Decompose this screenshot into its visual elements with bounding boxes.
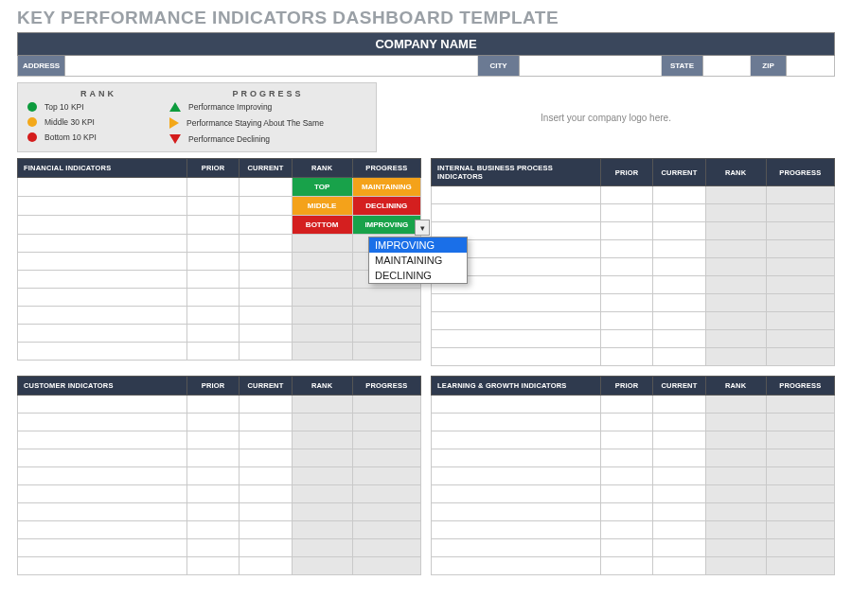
rank-cell[interactable]: TOP — [292, 178, 352, 197]
table-cell[interactable] — [18, 449, 187, 467]
table-cell[interactable] — [653, 258, 705, 276]
city-field[interactable] — [520, 56, 662, 76]
table-cell[interactable] — [653, 330, 705, 348]
table-cell[interactable] — [352, 396, 420, 414]
table-cell[interactable] — [292, 521, 352, 539]
table-cell[interactable] — [292, 343, 352, 361]
table-cell[interactable] — [705, 348, 766, 366]
table-cell[interactable] — [653, 449, 705, 467]
table-cell[interactable] — [186, 253, 239, 271]
table-cell[interactable] — [186, 557, 239, 575]
table-cell[interactable] — [705, 204, 766, 222]
table-cell[interactable] — [653, 396, 705, 414]
table-cell[interactable] — [186, 521, 239, 539]
progress-cell[interactable]: IMPROVING — [352, 216, 420, 235]
table-cell[interactable] — [292, 503, 352, 521]
table-cell[interactable] — [653, 276, 705, 294]
dropdown-option-improving[interactable]: IMPROVING — [369, 238, 467, 253]
table-cell[interactable] — [240, 557, 292, 575]
table-cell[interactable] — [600, 449, 652, 467]
table-cell[interactable] — [352, 343, 420, 361]
table-cell[interactable] — [240, 271, 292, 289]
table-cell[interactable] — [240, 503, 292, 521]
address-field[interactable] — [65, 56, 478, 76]
table-cell[interactable] — [766, 222, 834, 240]
table-cell[interactable] — [653, 503, 705, 521]
table-cell[interactable] — [600, 414, 652, 431]
table-cell[interactable] — [653, 539, 705, 557]
table-cell[interactable] — [352, 485, 420, 503]
table-cell[interactable] — [240, 449, 292, 467]
table-cell[interactable] — [766, 348, 834, 366]
table-cell[interactable] — [240, 216, 292, 235]
table-cell[interactable] — [653, 485, 705, 503]
table-cell[interactable] — [240, 343, 292, 361]
table-cell[interactable] — [432, 557, 601, 575]
table-cell[interactable] — [600, 348, 652, 366]
rank-cell[interactable]: BOTTOM — [292, 216, 352, 235]
table-cell[interactable] — [18, 396, 187, 414]
table-cell[interactable] — [186, 539, 239, 557]
table-cell[interactable] — [18, 271, 187, 289]
table-cell[interactable] — [352, 449, 420, 467]
table-cell[interactable] — [766, 503, 834, 521]
rank-cell[interactable]: MIDDLE — [292, 197, 352, 216]
table-cell[interactable] — [705, 503, 766, 521]
table-cell[interactable] — [600, 503, 652, 521]
table-cell[interactable] — [292, 307, 352, 325]
table-cell[interactable] — [705, 294, 766, 312]
progress-dropdown[interactable]: IMPROVING MAINTAINING DECLINING — [368, 237, 468, 284]
table-cell[interactable] — [352, 467, 420, 485]
table-cell[interactable] — [653, 521, 705, 539]
table-cell[interactable] — [600, 312, 652, 330]
table-cell[interactable] — [292, 467, 352, 485]
table-cell[interactable] — [653, 414, 705, 431]
progress-cell[interactable]: MAINTAINING — [352, 178, 420, 197]
table-cell[interactable] — [18, 503, 187, 521]
table-cell[interactable] — [705, 431, 766, 449]
table-cell[interactable] — [240, 235, 292, 253]
table-cell[interactable] — [186, 343, 239, 361]
table-cell[interactable] — [432, 503, 601, 521]
table-cell[interactable] — [240, 197, 292, 216]
table-cell[interactable] — [705, 485, 766, 503]
table-cell[interactable] — [186, 414, 239, 431]
table-cell[interactable] — [240, 431, 292, 449]
table-cell[interactable] — [432, 521, 601, 539]
table-cell[interactable] — [600, 330, 652, 348]
table-cell[interactable] — [292, 253, 352, 271]
table-cell[interactable] — [352, 521, 420, 539]
table-cell[interactable] — [432, 467, 601, 485]
table-cell[interactable] — [432, 330, 601, 348]
table-cell[interactable] — [186, 503, 239, 521]
table-cell[interactable] — [186, 307, 239, 325]
table-cell[interactable] — [653, 312, 705, 330]
table-cell[interactable] — [240, 396, 292, 414]
table-cell[interactable] — [18, 289, 187, 307]
table-cell[interactable] — [600, 485, 652, 503]
table-cell[interactable] — [186, 197, 239, 216]
table-cell[interactable] — [600, 539, 652, 557]
table-cell[interactable] — [18, 235, 187, 253]
table-cell[interactable] — [18, 557, 187, 575]
table-cell[interactable] — [653, 348, 705, 366]
table-cell[interactable] — [705, 396, 766, 414]
table-cell[interactable] — [766, 330, 834, 348]
table-cell[interactable] — [18, 539, 187, 557]
table-cell[interactable] — [600, 186, 652, 204]
table-cell[interactable] — [653, 186, 705, 204]
table-cell[interactable] — [292, 396, 352, 414]
table-cell[interactable] — [240, 539, 292, 557]
table-cell[interactable] — [18, 485, 187, 503]
table-cell[interactable] — [653, 204, 705, 222]
table-cell[interactable] — [240, 307, 292, 325]
table-cell[interactable] — [186, 235, 239, 253]
table-cell[interactable] — [705, 276, 766, 294]
table-cell[interactable] — [600, 276, 652, 294]
table-cell[interactable] — [705, 186, 766, 204]
table-cell[interactable] — [705, 414, 766, 431]
table-cell[interactable] — [432, 204, 601, 222]
table-cell[interactable] — [240, 485, 292, 503]
progress-cell[interactable]: DECLINING — [352, 197, 420, 216]
table-cell[interactable] — [705, 521, 766, 539]
